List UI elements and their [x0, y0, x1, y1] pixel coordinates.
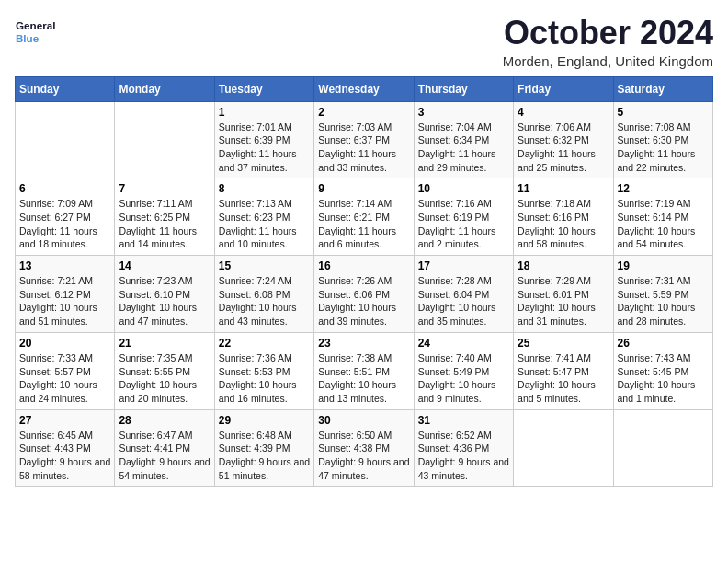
- day-info: Sunrise: 7:03 AM Sunset: 6:37 PM Dayligh…: [318, 121, 409, 175]
- day-number: 4: [518, 106, 609, 119]
- day-info: Sunrise: 7:19 AM Sunset: 6:14 PM Dayligh…: [618, 197, 709, 251]
- calendar-cell: [514, 409, 613, 487]
- day-info: Sunrise: 6:52 AM Sunset: 4:36 PM Dayligh…: [418, 429, 509, 483]
- day-info: Sunrise: 7:40 AM Sunset: 5:49 PM Dayligh…: [418, 351, 509, 406]
- day-number: 17: [418, 259, 509, 272]
- day-number: 16: [318, 259, 409, 272]
- day-number: 21: [119, 337, 210, 350]
- day-number: 29: [219, 414, 310, 427]
- calendar-cell: 21Sunrise: 7:35 AM Sunset: 5:55 PM Dayli…: [115, 332, 214, 409]
- day-number: 26: [618, 337, 709, 350]
- header-day-thursday: Thursday: [414, 76, 513, 101]
- calendar-cell: 14Sunrise: 7:23 AM Sunset: 6:10 PM Dayli…: [115, 256, 214, 333]
- calendar-cell: 3Sunrise: 7:04 AM Sunset: 6:34 PM Daylig…: [414, 101, 513, 178]
- day-info: Sunrise: 7:33 AM Sunset: 5:57 PM Dayligh…: [19, 351, 110, 406]
- calendar-cell: 17Sunrise: 7:28 AM Sunset: 6:04 PM Dayli…: [414, 256, 513, 333]
- day-number: 1: [219, 106, 310, 119]
- day-number: 19: [618, 259, 709, 272]
- day-info: Sunrise: 7:06 AM Sunset: 6:32 PM Dayligh…: [518, 121, 609, 175]
- day-info: Sunrise: 7:04 AM Sunset: 6:34 PM Dayligh…: [418, 121, 509, 175]
- calendar-header: SundayMondayTuesdayWednesdayThursdayFrid…: [16, 76, 713, 101]
- calendar-cell: 24Sunrise: 7:40 AM Sunset: 5:49 PM Dayli…: [414, 332, 513, 409]
- day-number: 24: [418, 337, 509, 350]
- calendar-cell: 15Sunrise: 7:24 AM Sunset: 6:08 PM Dayli…: [214, 256, 313, 333]
- day-number: 2: [318, 106, 409, 119]
- day-info: Sunrise: 7:11 AM Sunset: 6:25 PM Dayligh…: [119, 197, 210, 251]
- calendar-cell: 30Sunrise: 6:50 AM Sunset: 4:38 PM Dayli…: [314, 409, 414, 487]
- day-number: 6: [19, 182, 110, 195]
- calendar-cell: 2Sunrise: 7:03 AM Sunset: 6:37 PM Daylig…: [314, 101, 414, 178]
- header-row: SundayMondayTuesdayWednesdayThursdayFrid…: [16, 76, 713, 101]
- calendar-cell: 12Sunrise: 7:19 AM Sunset: 6:14 PM Dayli…: [613, 178, 712, 256]
- day-info: Sunrise: 6:45 AM Sunset: 4:43 PM Dayligh…: [19, 429, 110, 483]
- calendar-cell: 7Sunrise: 7:11 AM Sunset: 6:25 PM Daylig…: [115, 178, 214, 256]
- page-header: General Blue GeneralBlue October 2024 Mo…: [15, 15, 713, 69]
- day-number: 13: [19, 259, 110, 272]
- calendar-cell: [16, 101, 115, 178]
- day-number: 14: [119, 259, 210, 272]
- day-number: 5: [618, 106, 709, 119]
- header-day-saturday: Saturday: [613, 76, 712, 101]
- day-info: Sunrise: 7:18 AM Sunset: 6:16 PM Dayligh…: [518, 197, 609, 251]
- day-number: 3: [418, 106, 509, 119]
- calendar-cell: 8Sunrise: 7:13 AM Sunset: 6:23 PM Daylig…: [214, 178, 313, 256]
- calendar-cell: 23Sunrise: 7:38 AM Sunset: 5:51 PM Dayli…: [314, 332, 414, 409]
- calendar-cell: 19Sunrise: 7:31 AM Sunset: 5:59 PM Dayli…: [613, 256, 712, 333]
- day-info: Sunrise: 7:01 AM Sunset: 6:39 PM Dayligh…: [219, 121, 310, 175]
- calendar-cell: [115, 101, 214, 178]
- week-row-2: 6Sunrise: 7:09 AM Sunset: 6:27 PM Daylig…: [16, 178, 713, 256]
- day-info: Sunrise: 7:16 AM Sunset: 6:19 PM Dayligh…: [418, 197, 509, 251]
- day-number: 11: [518, 182, 609, 195]
- day-info: Sunrise: 7:13 AM Sunset: 6:23 PM Dayligh…: [219, 197, 310, 251]
- header-day-friday: Friday: [514, 76, 613, 101]
- day-info: Sunrise: 7:09 AM Sunset: 6:27 PM Dayligh…: [19, 197, 110, 251]
- calendar-cell: 16Sunrise: 7:26 AM Sunset: 6:06 PM Dayli…: [314, 256, 414, 333]
- calendar-cell: 13Sunrise: 7:21 AM Sunset: 6:12 PM Dayli…: [16, 256, 115, 333]
- calendar-cell: 25Sunrise: 7:41 AM Sunset: 5:47 PM Dayli…: [514, 332, 613, 409]
- month-title: October 2024: [503, 15, 713, 52]
- calendar-cell: 5Sunrise: 7:08 AM Sunset: 6:30 PM Daylig…: [613, 101, 712, 178]
- day-info: Sunrise: 6:47 AM Sunset: 4:41 PM Dayligh…: [119, 429, 210, 483]
- calendar-cell: 9Sunrise: 7:14 AM Sunset: 6:21 PM Daylig…: [314, 178, 414, 256]
- calendar-cell: [613, 409, 712, 487]
- header-day-wednesday: Wednesday: [314, 76, 414, 101]
- day-number: 30: [318, 414, 409, 427]
- calendar-cell: 1Sunrise: 7:01 AM Sunset: 6:39 PM Daylig…: [214, 101, 313, 178]
- day-info: Sunrise: 7:29 AM Sunset: 6:01 PM Dayligh…: [518, 274, 609, 328]
- calendar-cell: 31Sunrise: 6:52 AM Sunset: 4:36 PM Dayli…: [414, 409, 513, 487]
- header-day-sunday: Sunday: [16, 76, 115, 101]
- day-info: Sunrise: 7:26 AM Sunset: 6:06 PM Dayligh…: [318, 274, 409, 328]
- day-info: Sunrise: 7:28 AM Sunset: 6:04 PM Dayligh…: [418, 274, 509, 328]
- day-info: Sunrise: 7:24 AM Sunset: 6:08 PM Dayligh…: [219, 274, 310, 328]
- day-info: Sunrise: 7:38 AM Sunset: 5:51 PM Dayligh…: [318, 351, 409, 406]
- title-block: October 2024 Morden, England, United Kin…: [503, 15, 713, 69]
- calendar-cell: 11Sunrise: 7:18 AM Sunset: 6:16 PM Dayli…: [514, 178, 613, 256]
- day-number: 27: [19, 414, 110, 427]
- day-number: 12: [618, 182, 709, 195]
- week-row-5: 27Sunrise: 6:45 AM Sunset: 4:43 PM Dayli…: [16, 409, 713, 487]
- day-info: Sunrise: 7:35 AM Sunset: 5:55 PM Dayligh…: [119, 351, 210, 406]
- calendar-table: SundayMondayTuesdayWednesdayThursdayFrid…: [15, 76, 713, 488]
- location-text: Morden, England, United Kingdom: [503, 53, 713, 69]
- week-row-4: 20Sunrise: 7:33 AM Sunset: 5:57 PM Dayli…: [16, 332, 713, 409]
- day-number: 28: [119, 414, 210, 427]
- calendar-cell: 10Sunrise: 7:16 AM Sunset: 6:19 PM Dayli…: [414, 178, 513, 256]
- day-number: 23: [318, 337, 409, 350]
- day-info: Sunrise: 6:48 AM Sunset: 4:39 PM Dayligh…: [219, 429, 310, 483]
- day-number: 25: [518, 337, 609, 350]
- day-number: 9: [318, 182, 409, 195]
- header-day-tuesday: Tuesday: [214, 76, 313, 101]
- calendar-cell: 22Sunrise: 7:36 AM Sunset: 5:53 PM Dayli…: [214, 332, 313, 409]
- day-number: 20: [19, 337, 110, 350]
- day-number: 31: [418, 414, 509, 427]
- week-row-3: 13Sunrise: 7:21 AM Sunset: 6:12 PM Dayli…: [16, 256, 713, 333]
- calendar-cell: 28Sunrise: 6:47 AM Sunset: 4:41 PM Dayli…: [115, 409, 214, 487]
- calendar-cell: 4Sunrise: 7:06 AM Sunset: 6:32 PM Daylig…: [514, 101, 613, 178]
- day-info: Sunrise: 7:31 AM Sunset: 5:59 PM Dayligh…: [618, 274, 709, 328]
- calendar-cell: 20Sunrise: 7:33 AM Sunset: 5:57 PM Dayli…: [16, 332, 115, 409]
- day-number: 18: [518, 259, 609, 272]
- day-info: Sunrise: 7:41 AM Sunset: 5:47 PM Dayligh…: [518, 351, 609, 406]
- day-number: 22: [219, 337, 310, 350]
- day-info: Sunrise: 7:21 AM Sunset: 6:12 PM Dayligh…: [19, 274, 110, 328]
- calendar-cell: 18Sunrise: 7:29 AM Sunset: 6:01 PM Dayli…: [514, 256, 613, 333]
